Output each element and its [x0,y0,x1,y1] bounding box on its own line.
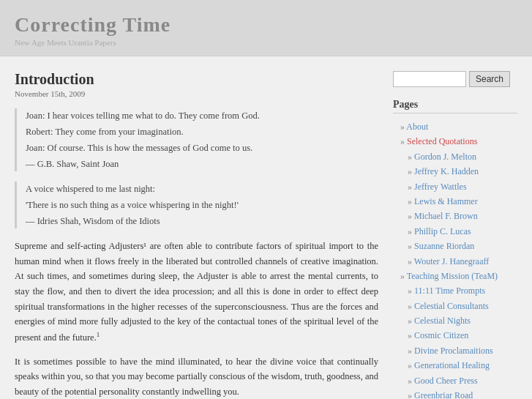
quote1-attribution: — G.B. Shaw, Saint Joan [26,157,378,171]
sidebar: Search Pages AboutSelected QuotationsGor… [393,71,517,399]
page-link[interactable]: Jeffrey K. Hadden [414,166,479,176]
list-item: Selected Quotations [393,134,517,149]
page-link[interactable]: Phillip C. Lucas [414,226,471,236]
quote2-attribution: — Idries Shah, Wisdom of the Idiots [26,214,378,228]
list-item: 11:11 Time Prompts [393,283,517,298]
list-item: Celestial Nights [393,313,517,328]
list-item: Good Cheer Press [393,373,517,388]
page-link[interactable]: Wouter J. Hanegraaff [414,256,489,266]
pages-section: Pages AboutSelected QuotationsGordon J. … [393,99,517,399]
page-link[interactable]: Michael F. Brown [414,211,478,221]
list-item: Celestial Consultants [393,299,517,313]
page-link[interactable]: 11:11 Time Prompts [414,286,485,296]
quote1-line1: Joan: I hear voices telling me what to d… [26,108,378,123]
list-item: Lewis & Hammer [393,194,517,209]
search-button[interactable]: Search [469,71,510,87]
list-item: Wouter J. Hanegraaff [393,254,517,269]
list-item: Gordon J. Melton [393,149,517,164]
list-item: Cosmic Citizen [393,328,517,343]
page-link[interactable]: Divine Proclamaitions [414,346,493,356]
quote2-line2: 'There is no such thing as a voice whisp… [26,198,378,212]
page-link[interactable]: Teaching Mission (TeaM) [407,271,498,281]
page-link[interactable]: Celestial Consultants [414,301,489,311]
post-date: November 15th, 2009 [15,89,378,98]
page-link[interactable]: About [406,122,428,132]
site-tagline: New Age Meets Urantia Papers [15,38,517,47]
page-link[interactable]: Gordon J. Melton [414,152,476,162]
page-link[interactable]: Greenbriar Road [414,390,473,399]
page-link[interactable]: Cosmic Citizen [414,330,468,340]
quote-block-2: A voice whispered to me last night: 'The… [15,182,378,228]
page-link[interactable]: Suzanne Riordan [414,241,474,251]
footnote-marker: 1 [97,331,100,338]
main-content: Introduction November 15th, 2009 Joan: I… [15,71,378,399]
pages-list: AboutSelected QuotationsGordon J. Melton… [393,119,517,399]
list-item: About [393,119,517,134]
list-item: Michael F. Brown [393,209,517,223]
page-link[interactable]: Selected Quotations [407,136,477,146]
quote-block-1: Joan: I hear voices telling me what to d… [15,108,378,171]
list-item: Jeffrey Wattles [393,179,517,194]
body-paragraph-1: Supreme and self-acting Adjusters¹ are o… [15,239,378,346]
quote1-line2: Robert: They come from your imagination. [26,124,378,139]
list-item: Jeffrey K. Hadden [393,164,517,179]
list-item: Phillip C. Lucas [393,224,517,239]
page-link[interactable]: Lewis & Hammer [414,196,478,206]
post-title: Introduction [15,71,378,88]
page-link[interactable]: Celestial Nights [414,316,471,326]
pages-title: Pages [393,99,517,113]
quote1-line3: Joan: Of course. This is how the message… [26,141,378,155]
quote2-line1: A voice whispered to me last night: [26,182,378,196]
list-item: Divine Proclamaitions [393,343,517,358]
body-paragraph-2: It is sometimes possible to have the min… [15,354,378,399]
list-item: Generational Healing [393,358,517,373]
page-link[interactable]: Good Cheer Press [414,376,478,386]
page-link[interactable]: Jeffrey Wattles [414,182,467,192]
site-title: Correcting Time [15,13,517,37]
list-item: Teaching Mission (TeaM) [393,269,517,283]
search-input[interactable] [393,71,466,87]
page-link[interactable]: Generational Healing [414,360,490,370]
search-form: Search [393,71,517,87]
site-header: Correcting Time New Age Meets Urantia Pa… [0,0,532,56]
list-item: Suzanne Riordan [393,239,517,253]
post-body: Supreme and self-acting Adjusters¹ are o… [15,239,378,399]
list-item: Greenbriar Road [393,388,517,399]
